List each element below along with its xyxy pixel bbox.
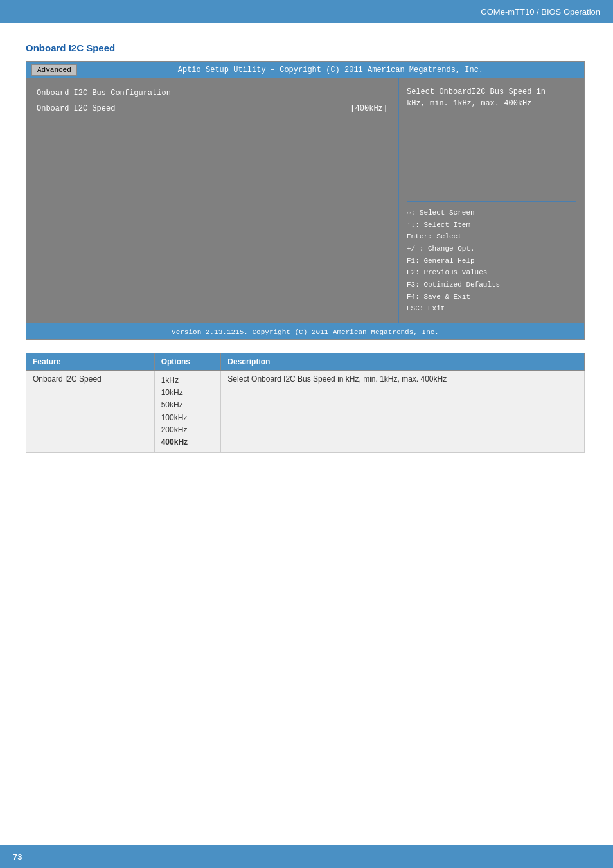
- bios-keys: ↔: Select Screen ↑↓: Select Item Enter: …: [407, 207, 576, 315]
- option-400khz: 400kHz: [161, 436, 215, 448]
- bios-help-text: Select OnboardI2C Bus Speed inkHz, min. …: [407, 86, 576, 109]
- bios-title-text: Aptio Setup Utility – Copyright (C) 2011…: [82, 66, 579, 75]
- section-heading: Onboard I2C Speed: [26, 42, 587, 53]
- bios-footer: Version 2.13.1215. Copyright (C) 2011 Am…: [26, 323, 584, 339]
- table-header-feature: Feature: [26, 353, 155, 371]
- table-cell-feature: Onboard I2C Speed: [26, 371, 155, 453]
- feature-table: Feature Options Description Onboard I2C …: [26, 353, 585, 453]
- table-cell-options: 1kHz 10kHz 50kHz 100kHz 200kHz 400kHz: [154, 371, 221, 453]
- bios-title-bar: Advanced Aptio Setup Utility – Copyright…: [26, 62, 584, 78]
- bios-right-panel: Select OnboardI2C Bus Speed inkHz, min. …: [399, 78, 584, 323]
- bios-setting-row: Onboard I2C Speed [400kHz]: [37, 104, 387, 113]
- option-1khz: 1kHz: [161, 375, 215, 387]
- option-50khz: 50kHz: [161, 399, 215, 411]
- bios-divider: [407, 201, 576, 202]
- table-row: Onboard I2C Speed 1kHz 10kHz 50kHz 100kH…: [26, 371, 585, 453]
- table-header-options: Options: [154, 353, 221, 371]
- bios-section-title: Onboard I2C Bus Configuration: [37, 89, 387, 98]
- table-header-description: Description: [221, 353, 585, 371]
- bios-body: Onboard I2C Bus Configuration Onboard I2…: [26, 78, 584, 323]
- bios-setting-label: Onboard I2C Speed: [37, 104, 115, 113]
- bios-tab-advanced[interactable]: Advanced: [31, 64, 77, 76]
- option-200khz: 200kHz: [161, 424, 215, 436]
- table-cell-description: Select Onboard I2C Bus Speed in kHz, min…: [221, 371, 585, 453]
- main-content: Onboard I2C Speed Advanced Aptio Setup U…: [0, 23, 613, 479]
- option-100khz: 100kHz: [161, 412, 215, 424]
- bios-footer-text: Version 2.13.1215. Copyright (C) 2011 Am…: [172, 328, 439, 336]
- bios-left-panel: Onboard I2C Bus Configuration Onboard I2…: [26, 78, 399, 323]
- bios-container: Advanced Aptio Setup Utility – Copyright…: [26, 61, 585, 340]
- option-10khz: 10kHz: [161, 387, 215, 399]
- bios-setting-value: [400kHz]: [350, 104, 387, 113]
- page-number: 73: [13, 852, 22, 862]
- footer-bar: 73: [0, 845, 613, 868]
- header-title: COMe-mTT10 / BIOS Operation: [481, 7, 600, 17]
- bios-keys-section: ↔: Select Screen ↑↓: Select Item Enter: …: [407, 196, 576, 315]
- header-bar: COMe-mTT10 / BIOS Operation: [0, 0, 613, 23]
